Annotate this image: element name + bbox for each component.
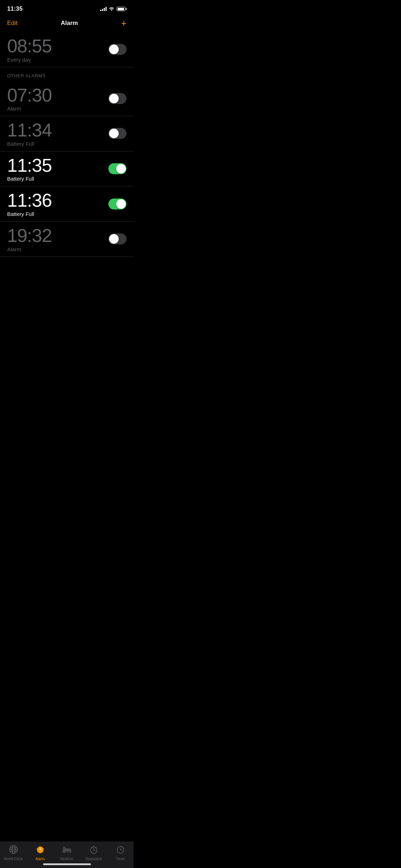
alarm-label-1932: Alarm: [7, 246, 108, 252]
toggle-knob-1135: [116, 164, 126, 174]
alarm-time-0855: 08:55: [7, 36, 108, 56]
alarm-label-1135: Battery Full: [7, 176, 108, 182]
section-header-other-alarms: OTHER ALARMS: [0, 67, 134, 81]
alarm-toggle-1136[interactable]: [108, 198, 127, 210]
alarm-list: 08:55 Every day OTHER ALARMS 07:30 Alarm…: [0, 32, 134, 300]
alarm-info-1136: 11:36 Battery Full: [7, 191, 108, 217]
alarm-info-0730: 07:30 Alarm: [7, 86, 108, 112]
alarm-info-1135: 11:35 Battery Full: [7, 156, 108, 182]
alarm-time-1136: 11:36: [7, 191, 108, 210]
battery-icon: [117, 7, 127, 11]
edit-button[interactable]: Edit: [7, 20, 17, 27]
alarm-toggle-1134[interactable]: [108, 128, 127, 139]
page-title: Alarm: [61, 20, 78, 27]
status-bar: 11:35: [0, 0, 134, 16]
alarm-info-1932: 19:32 Alarm: [7, 226, 108, 252]
alarm-toggle-0855[interactable]: [108, 44, 127, 55]
alarm-label-1134: Battery Full: [7, 141, 108, 147]
add-alarm-button[interactable]: +: [121, 19, 127, 28]
toggle-knob-0730: [109, 94, 119, 103]
alarm-label-0855: Every day: [7, 57, 108, 63]
alarm-item-1134[interactable]: 11:34 Battery Full: [0, 116, 134, 151]
status-icons: [100, 6, 127, 12]
toggle-knob-0855: [109, 45, 119, 54]
alarm-time-0730: 07:30: [7, 86, 108, 105]
alarm-info-1134: 11:34 Battery Full: [7, 120, 108, 147]
wifi-icon: [109, 6, 114, 12]
alarm-item-1932[interactable]: 19:32 Alarm: [0, 222, 134, 257]
toggle-knob-1932: [109, 234, 119, 244]
alarm-time-1135: 11:35: [7, 156, 108, 175]
alarm-label-1136: Battery Full: [7, 211, 108, 217]
alarm-item-0855[interactable]: 08:55 Every day: [0, 32, 134, 67]
alarm-info-0855: 08:55 Every day: [7, 36, 108, 63]
alarm-label-0730: Alarm: [7, 105, 108, 112]
alarm-item-0730[interactable]: 07:30 Alarm: [0, 81, 134, 117]
alarm-time-1932: 19:32: [7, 226, 108, 246]
signal-bars-icon: [100, 7, 107, 11]
toggle-knob-1136: [116, 199, 126, 209]
alarm-toggle-1932[interactable]: [108, 233, 127, 244]
alarm-item-1136[interactable]: 11:36 Battery Full: [0, 186, 134, 222]
nav-bar: Edit Alarm +: [0, 16, 134, 32]
alarm-item-1135[interactable]: 11:35 Battery Full: [0, 151, 134, 187]
alarm-toggle-0730[interactable]: [108, 93, 127, 104]
status-time: 11:35: [7, 5, 22, 12]
alarm-toggle-1135[interactable]: [108, 163, 127, 174]
alarm-time-1134: 11:34: [7, 120, 108, 140]
toggle-knob-1134: [109, 129, 119, 138]
